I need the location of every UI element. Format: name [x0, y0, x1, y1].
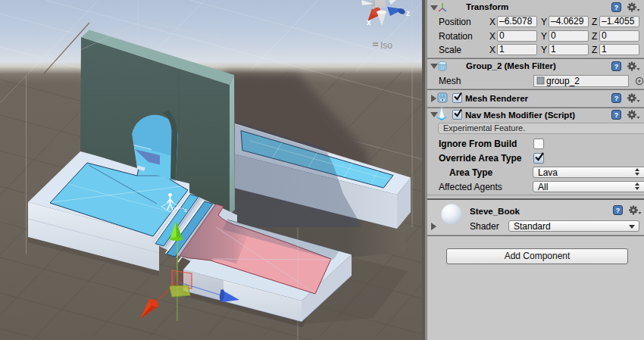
svg-text:x: x [184, 207, 187, 214]
svg-text:?: ? [616, 207, 621, 214]
svg-text:Iso: Iso [380, 40, 392, 51]
svg-text:?: ? [614, 4, 619, 11]
svg-text:?: ? [614, 95, 619, 102]
svg-text:?: ? [614, 111, 619, 119]
svg-text:?: ? [614, 63, 619, 70]
svg-text:x: x [367, 18, 371, 27]
svg-text:z: z [406, 9, 410, 17]
